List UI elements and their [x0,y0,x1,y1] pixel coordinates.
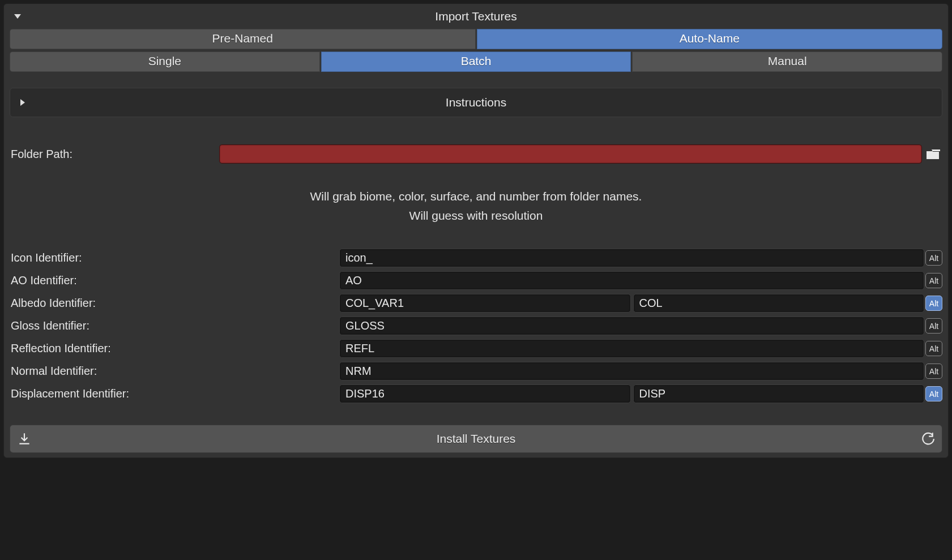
instructions-title: Instructions [446,96,506,109]
identifier-input[interactable] [339,271,924,290]
naming-mode-tabs: Pre-NamedAuto-Name [10,29,942,49]
identifier-row: Albedo Identifier:Alt [10,294,942,313]
identifier-label: Normal Identifier: [10,365,339,378]
identifier-input[interactable] [339,317,924,335]
identifier-input[interactable] [339,362,924,381]
folder-path-label: Folder Path: [10,148,219,161]
identifier-inputs [339,249,924,267]
identifier-label: Reflection Identifier: [10,342,339,355]
identifier-row: AO Identifier:Alt [10,271,942,290]
tab-import-manual[interactable]: Manual [632,52,942,72]
identifier-input[interactable] [339,294,631,313]
alt-toggle[interactable]: Alt [925,341,942,356]
refresh-icon [920,431,935,446]
alt-toggle[interactable]: Alt [925,273,942,288]
import-mode-tabs: SingleBatchManual [10,52,942,72]
identifier-inputs [339,362,924,381]
identifier-label: Albedo Identifier: [10,297,339,310]
identifier-row: Icon Identifier:Alt [10,249,942,267]
panel-header[interactable]: Import Textures [4,4,948,29]
info-line-2: Will guess with resolution [10,209,942,223]
identifier-row: Gloss Identifier:Alt [10,317,942,335]
folder-icon [927,148,940,160]
tab-naming-auto-name[interactable]: Auto-Name [477,29,943,49]
identifier-fields: Icon Identifier:AltAO Identifier:AltAlbe… [10,249,942,403]
alt-toggle[interactable]: Alt [925,318,942,334]
browse-folder-button[interactable] [924,145,942,163]
folder-path-row: Folder Path: [10,144,942,164]
identifier-inputs [339,271,924,290]
tab-import-batch[interactable]: Batch [321,52,631,72]
identifier-input[interactable] [633,384,925,403]
identifier-inputs [339,294,924,313]
alt-toggle[interactable]: Alt [925,386,942,401]
info-block: Will grab biome, color, surface, and num… [10,190,942,223]
install-textures-button[interactable]: Install Textures [10,425,942,453]
alt-toggle[interactable]: Alt [925,364,942,379]
alt-toggle[interactable]: Alt [925,250,942,266]
identifier-row: Normal Identifier:Alt [10,362,942,381]
identifier-row: Reflection Identifier:Alt [10,339,942,358]
tab-naming-pre-named[interactable]: Pre-Named [10,29,476,49]
identifier-input[interactable] [339,249,924,267]
identifier-label: AO Identifier: [10,274,339,287]
identifier-label: Gloss Identifier: [10,319,339,332]
install-label: Install Textures [437,432,516,446]
chevron-right-icon[interactable] [20,99,25,106]
tab-import-single[interactable]: Single [10,52,320,72]
alt-toggle[interactable]: Alt [925,296,942,311]
info-line-1: Will grab biome, color, surface, and num… [10,190,942,203]
identifier-inputs [339,384,924,403]
download-icon [17,431,32,446]
disclosure-triangle-icon[interactable] [14,14,21,19]
identifier-inputs [339,317,924,335]
identifier-label: Icon Identifier: [10,251,339,264]
identifier-label: Displacement Identifier: [10,387,339,400]
identifier-row: Displacement Identifier:Alt [10,384,942,403]
identifier-input[interactable] [339,339,924,358]
identifier-input[interactable] [339,384,631,403]
identifier-inputs [339,339,924,358]
import-textures-panel: Import Textures Pre-NamedAuto-Name Singl… [3,3,949,458]
identifier-input[interactable] [633,294,925,313]
folder-path-input[interactable] [219,144,922,164]
panel-title: Import Textures [435,10,516,23]
instructions-subpanel[interactable]: Instructions [10,88,942,117]
